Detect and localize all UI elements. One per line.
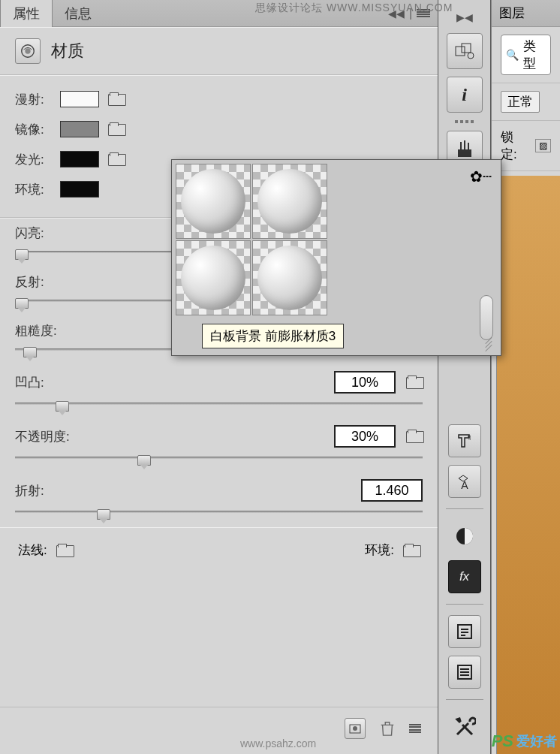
material-thumb[interactable] bbox=[252, 240, 327, 315]
bump-value-input[interactable]: 10% bbox=[334, 371, 396, 394]
folder-icon[interactable] bbox=[56, 544, 73, 557]
mirror-label: 镜像: bbox=[15, 121, 51, 138]
folder-icon[interactable] bbox=[406, 375, 423, 389]
diffuse-label: 漫射: bbox=[15, 91, 51, 108]
info-button[interactable]: i bbox=[447, 77, 483, 113]
glow-label: 发光: bbox=[15, 151, 51, 168]
opacity-slider[interactable] bbox=[15, 451, 423, 466]
refract-value-input[interactable]: 1.460 bbox=[361, 479, 423, 502]
layers-tab[interactable]: 图层 bbox=[499, 5, 525, 22]
svg-rect-5 bbox=[462, 44, 471, 53]
text-button[interactable]: A bbox=[448, 465, 481, 498]
search-type-label: 类型 bbox=[523, 38, 546, 72]
folder-icon[interactable] bbox=[108, 152, 125, 166]
folder-icon[interactable] bbox=[403, 544, 420, 557]
diffuse-swatch[interactable] bbox=[60, 91, 99, 107]
env-swatch[interactable] bbox=[60, 181, 99, 198]
properties-panel: 属性 信息 ◀◀ | 材质 漫射: 镜像: bbox=[0, 0, 438, 754]
material-tooltip: 白板背景 前膨胀材质3 bbox=[202, 324, 344, 348]
bump-label: 凹凸: bbox=[15, 374, 44, 391]
search-icon: 🔍 bbox=[506, 49, 519, 61]
normal-label: 法线: bbox=[18, 541, 47, 559]
folder-icon[interactable] bbox=[108, 122, 125, 136]
svg-point-1 bbox=[25, 48, 30, 53]
reflect-label: 反射: bbox=[15, 273, 44, 291]
panel-title-row: 材质 bbox=[0, 27, 438, 75]
watermark-logo: PS爱好者 bbox=[492, 731, 557, 751]
material-sphere-icon[interactable] bbox=[15, 38, 41, 64]
fx-button[interactable]: fx bbox=[448, 560, 481, 593]
material-thumb[interactable] bbox=[252, 164, 327, 239]
opacity-value-input[interactable]: 30% bbox=[334, 425, 396, 448]
lock-icon[interactable]: ▨ bbox=[535, 139, 551, 152]
vertical-toolbar: ▶◀ i ¶ A fx bbox=[438, 0, 491, 754]
watermark-top: 思缘设计论坛 WWW.MISSYUAN.COM bbox=[255, 2, 453, 15]
gear-icon[interactable]: ✿┄ bbox=[470, 167, 492, 185]
rough-label: 粗糙度: bbox=[15, 322, 57, 339]
panel-title: 材质 bbox=[51, 40, 84, 62]
svg-rect-7 bbox=[458, 149, 471, 157]
env-label: 环境: bbox=[15, 181, 51, 198]
refract-label: 折射: bbox=[15, 482, 44, 499]
material-picker-popout: ✿┄ 白板背景 前膨胀材质3 bbox=[171, 159, 501, 356]
svg-text:¶: ¶ bbox=[468, 434, 471, 441]
env2-label: 环境: bbox=[365, 541, 394, 559]
list2-button[interactable] bbox=[448, 656, 481, 689]
watermark-bottom: www.psahz.com bbox=[240, 737, 316, 749]
shine-label: 闪亮: bbox=[15, 225, 44, 242]
trash-icon[interactable] bbox=[379, 719, 396, 737]
svg-text:A: A bbox=[461, 479, 468, 490]
mirror-swatch[interactable] bbox=[60, 121, 99, 137]
contrast-button[interactable] bbox=[448, 520, 481, 553]
folder-icon[interactable] bbox=[108, 92, 125, 106]
layer-thumbnail[interactable] bbox=[496, 176, 560, 754]
lock-label: 锁定: bbox=[501, 128, 529, 163]
glow-swatch[interactable] bbox=[60, 151, 99, 167]
svg-rect-4 bbox=[456, 47, 465, 56]
blend-mode-select[interactable]: 正常 bbox=[501, 91, 540, 113]
resize-grip-icon[interactable] bbox=[484, 339, 496, 351]
bump-slider[interactable] bbox=[15, 397, 423, 412]
tab-info[interactable]: 信息 bbox=[53, 0, 104, 27]
material-thumb[interactable] bbox=[176, 164, 251, 239]
collapse-icon[interactable]: ▶◀ bbox=[456, 11, 473, 23]
material-thumb[interactable] bbox=[176, 240, 251, 315]
new-material-button[interactable] bbox=[345, 718, 366, 739]
layer-search[interactable]: 🔍 类型 bbox=[501, 35, 551, 75]
layers-panel: 图层 🔍 类型 正常 锁定: ▨ bbox=[491, 0, 560, 754]
tools-button[interactable] bbox=[448, 710, 481, 743]
threeD-button[interactable] bbox=[447, 33, 483, 69]
opacity-label: 不透明度: bbox=[15, 428, 70, 445]
svg-point-6 bbox=[468, 53, 474, 59]
folder-icon[interactable] bbox=[406, 430, 423, 443]
tab-properties[interactable]: 属性 bbox=[0, 0, 53, 27]
scrollbar-thumb[interactable] bbox=[480, 295, 493, 340]
list1-button[interactable] bbox=[448, 615, 481, 648]
svg-point-3 bbox=[353, 726, 357, 731]
refract-slider[interactable] bbox=[15, 505, 423, 520]
paragraph-button[interactable]: ¶ bbox=[448, 424, 481, 457]
panel-menu-icon[interactable] bbox=[409, 724, 421, 733]
